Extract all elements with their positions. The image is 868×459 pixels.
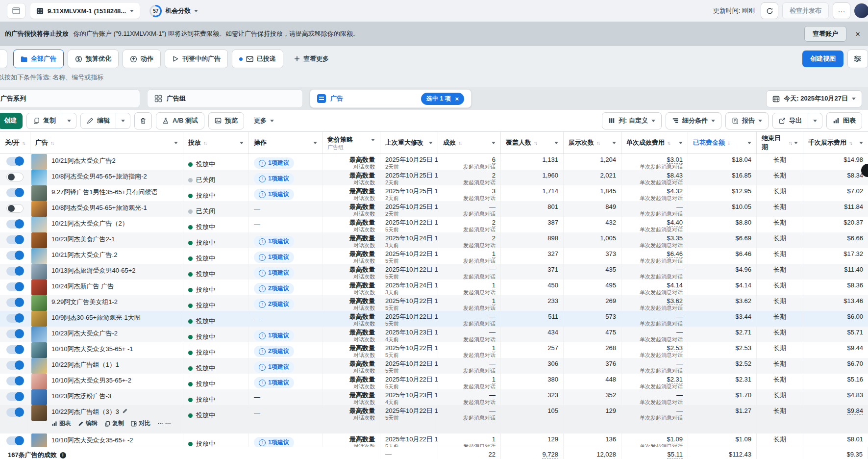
col-header-modified[interactable]: 上次重大修改 bbox=[380, 132, 438, 153]
ad-name[interactable]: 10/23阿杰大受众广告-2 bbox=[51, 330, 118, 337]
date-range-selector[interactable]: 今天: 2025年10月27日 bbox=[766, 90, 862, 107]
table-row[interactable]: 10/10阿杰大受众女35-65+ -2投放中↑1项建议最高数量对话次数2025… bbox=[0, 434, 868, 447]
view-settings-button[interactable] bbox=[847, 50, 868, 68]
ad-thumbnail[interactable] bbox=[31, 405, 47, 421]
ad-name[interactable]: 10/8阿杰受众男45-65+旅游指南-2 bbox=[51, 173, 147, 180]
ad-thumbnail[interactable] bbox=[31, 280, 47, 295]
table-row[interactable]: 10/23阿杰美食广告2-1投放中↑1项建议最高数量对话次数2025年10月24… bbox=[0, 232, 868, 248]
ad-toggle[interactable] bbox=[6, 377, 24, 385]
create-view-button[interactable]: 创建视图 bbox=[802, 51, 843, 67]
ad-thumbnail[interactable] bbox=[31, 374, 47, 389]
recommendation-pill[interactable]: ↑1项建议 bbox=[254, 236, 294, 247]
results-value[interactable]: 2 bbox=[492, 234, 496, 242]
ad-name[interactable]: 10/10阿杰大受众女35-65+ -2 bbox=[51, 436, 133, 444]
ad-toggle[interactable] bbox=[6, 392, 24, 401]
ad-thumbnail[interactable] bbox=[31, 264, 47, 280]
ad-thumbnail[interactable] bbox=[31, 170, 47, 185]
filter-caret-icon[interactable] bbox=[240, 142, 244, 144]
table-row[interactable]: 10/21阿杰大受众广告2投放中↑1项建议最高数量对话次数2025年10月25日… bbox=[0, 154, 868, 170]
tab-campaigns[interactable]: 广告系列 bbox=[0, 89, 140, 108]
cost-per-result[interactable]: $4.32 bbox=[667, 187, 683, 195]
ad-toggle[interactable] bbox=[6, 330, 24, 338]
col-header-impressions[interactable]: 展示次数 ↑↓ bbox=[564, 132, 621, 153]
table-row[interactable]: 10/10阿杰大受众男35-65+-2投放中↑1项建议最高数量对话次数2025年… bbox=[0, 374, 868, 389]
opportunity-score[interactable]: 57 机会分数 bbox=[149, 5, 198, 17]
edit-caret[interactable] bbox=[116, 113, 130, 128]
sort-icon[interactable]: ↑↓ bbox=[596, 140, 599, 146]
delete-button[interactable] bbox=[134, 112, 152, 129]
charts-button[interactable]: 图表 bbox=[826, 112, 862, 129]
ad-name[interactable]: 10/22阿杰广告组（1）1 bbox=[51, 361, 119, 368]
results-value[interactable]: 1 bbox=[492, 281, 496, 289]
ad-thumbnail[interactable] bbox=[31, 201, 47, 217]
filter-caret-icon[interactable] bbox=[371, 139, 375, 141]
cost-per-result[interactable]: $6.46 bbox=[667, 250, 683, 258]
table-row[interactable]: 10/21阿杰大受众广告.2投放中↑1项建议最高数量对话次数2025年10月22… bbox=[0, 248, 868, 264]
cost-per-result[interactable]: $2.31 bbox=[667, 376, 683, 383]
table-row[interactable]: 10/9阿杰30-65+旅游观光-1大图投放中—最高数量对话次数2025年10月… bbox=[0, 311, 868, 327]
results-value[interactable]: 2 bbox=[492, 172, 496, 179]
review-publish-button[interactable]: 检查并发布 bbox=[782, 2, 829, 19]
table-row[interactable]: 10/13阿杰旅游受众男40-65+2投放中↑1项建议最高数量对话次数2025年… bbox=[0, 264, 868, 280]
edit-button[interactable]: 编辑 bbox=[81, 113, 116, 128]
results-value[interactable]: 2 bbox=[492, 219, 496, 227]
ad-thumbnail[interactable] bbox=[31, 434, 47, 447]
row-action-copy[interactable]: 复制 bbox=[104, 419, 124, 428]
recommendation-pill[interactable]: ↑1项建议 bbox=[254, 173, 294, 184]
refresh-button[interactable] bbox=[761, 2, 778, 19]
filter-caret-icon[interactable] bbox=[492, 142, 496, 144]
view-tab-1[interactable]: 预算优化 bbox=[68, 50, 119, 68]
col-header-reach[interactable]: 覆盖人数 ↑↓ bbox=[501, 132, 564, 153]
ad-toggle[interactable] bbox=[6, 235, 24, 244]
table-row[interactable]: 10/21阿杰大受众广告（2）投放中—最高数量对话次数2025年10月22日 1… bbox=[0, 217, 868, 232]
more-options-button[interactable]: ··· bbox=[833, 2, 850, 19]
results-value[interactable]: 1 bbox=[492, 435, 496, 443]
cost-per-result[interactable]: $4.14 bbox=[667, 281, 683, 289]
ad-account-selector[interactable]: 9.11XMLVXM-1 (1518248... bbox=[30, 3, 140, 19]
ad-toggle[interactable] bbox=[6, 298, 24, 307]
view-tab-3[interactable]: 刊登中的广告 bbox=[165, 50, 228, 68]
ad-name[interactable]: 10/22阿杰广告组（3）3 bbox=[51, 408, 119, 415]
cost-per-result[interactable]: $2.53 bbox=[667, 344, 683, 352]
recommendation-pill[interactable]: ↑1项建议 bbox=[254, 157, 294, 169]
recommendation-pill[interactable]: ↑2项建议 bbox=[254, 346, 294, 357]
filter-caret-icon[interactable] bbox=[313, 142, 317, 144]
ad-toggle[interactable] bbox=[6, 436, 24, 445]
results-value[interactable]: 1 bbox=[492, 344, 496, 352]
recommendation-pill[interactable]: ↑1项建议 bbox=[254, 361, 294, 373]
ad-name[interactable]: 10/10阿杰大受众女35-65+ -1 bbox=[51, 345, 133, 353]
window-icon[interactable] bbox=[7, 3, 25, 19]
recommendation-pill[interactable]: ↑1项建议 bbox=[254, 377, 294, 388]
ad-toggle[interactable] bbox=[6, 188, 24, 197]
ad-thumbnail[interactable] bbox=[31, 217, 47, 232]
recommendation-pill[interactable]: ↑1项建议 bbox=[254, 437, 294, 447]
view-account-button[interactable]: 查看账户 bbox=[804, 26, 846, 42]
filter-bar[interactable]: 以按如下条件筛选: 名称、编号或指标 bbox=[0, 72, 868, 87]
results-value[interactable]: 1 bbox=[492, 250, 496, 258]
cost-per-result[interactable]: $3.35 bbox=[667, 234, 683, 242]
ad-name[interactable]: 10/13阿杰旅游受众男40-65+2 bbox=[51, 267, 136, 274]
table-row[interactable]: 9.29阿文广告美女组1-2投放中↑2项建议最高数量对话次数2025年10月22… bbox=[0, 295, 868, 311]
create-button[interactable]: 创建 bbox=[0, 113, 23, 129]
export-button[interactable]: 导出 bbox=[773, 113, 808, 128]
sort-icon[interactable]: ↑↓ bbox=[203, 140, 206, 146]
ad-toggle[interactable] bbox=[6, 282, 24, 291]
recommendation-pill[interactable]: ↑1项建议 bbox=[254, 252, 294, 263]
export-caret[interactable] bbox=[808, 113, 822, 128]
cpm-value[interactable]: $9.84 bbox=[847, 407, 863, 415]
filter-caret-icon[interactable] bbox=[554, 142, 558, 144]
table-row[interactable]: 10/22阿杰广告组（3）3图表编辑复制对比···投放中—最高数量对话次数202… bbox=[0, 405, 868, 434]
filter-caret-icon[interactable] bbox=[612, 142, 616, 144]
ad-name[interactable]: 10/9阿杰30-65+旅游观光-1大图 bbox=[51, 314, 141, 321]
recommendation-pill[interactable]: ↑2项建议 bbox=[254, 283, 294, 294]
ad-toggle[interactable] bbox=[6, 267, 24, 276]
ad-thumbnail[interactable] bbox=[31, 232, 47, 248]
filter-caret-icon[interactable] bbox=[859, 142, 863, 144]
sort-icon[interactable]: ↑↓ bbox=[534, 140, 537, 146]
duplicate-caret[interactable] bbox=[62, 113, 76, 128]
ad-name[interactable]: 10/23阿杰美食广告2-1 bbox=[51, 235, 115, 243]
selected-count-badge[interactable]: 选中 1 项 × bbox=[421, 93, 464, 105]
cost-per-result[interactable]: $4.40 bbox=[667, 219, 683, 227]
ad-thumbnail[interactable] bbox=[31, 154, 47, 170]
ad-toggle[interactable] bbox=[6, 314, 24, 323]
